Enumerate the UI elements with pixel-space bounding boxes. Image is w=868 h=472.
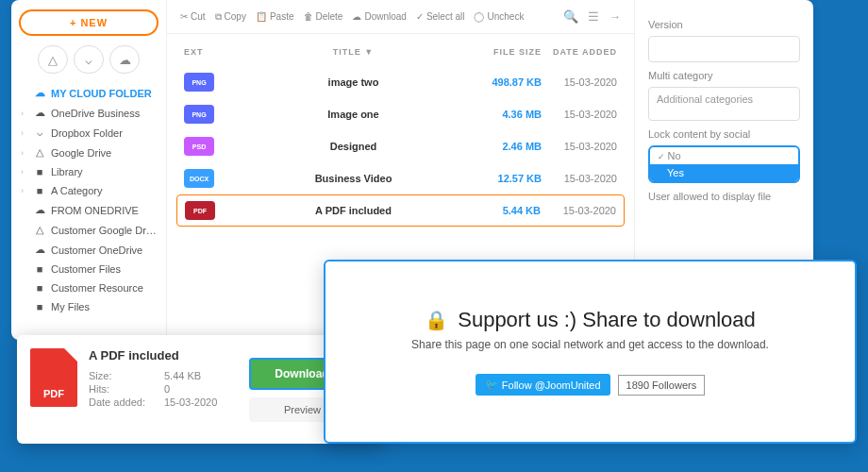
share-sub: Share this page on one social network an…	[411, 338, 769, 351]
new-button[interactable]: + NEW	[19, 9, 159, 36]
version-label: Version	[648, 19, 800, 30]
col-ext[interactable]: EXT	[184, 47, 231, 57]
twitter-icon: 🐦	[485, 379, 498, 391]
opt-no[interactable]: No	[650, 147, 798, 164]
tree-item[interactable]: ›☁OneDrive Business	[19, 103, 159, 123]
cloud-icon[interactable]: ☁	[109, 45, 140, 74]
gdrive-icon[interactable]: △	[38, 45, 68, 74]
lock-dropdown[interactable]: No Yes	[648, 145, 800, 183]
table-row[interactable]: DOCXBusiness Video12.57 KB15-03-2020	[167, 162, 634, 194]
search-icon[interactable]: 🔍	[563, 9, 578, 24]
filter-icon[interactable]: ☰	[588, 9, 599, 24]
tree-item[interactable]: △Customer Google Dr…	[19, 220, 159, 240]
table-row[interactable]: PNGImage one4.36 MB15-03-2020	[167, 98, 634, 130]
select-all-button[interactable]: ✓ Select all	[416, 11, 465, 22]
pdf-thumb-icon: PDF	[30, 348, 77, 407]
copy-button[interactable]: ⧉ Copy	[215, 11, 246, 23]
dropbox-icon[interactable]: ⌵	[74, 45, 104, 74]
col-size[interactable]: FILE SIZE	[476, 47, 542, 57]
detail-title: A PDF included	[89, 348, 238, 362]
table-row[interactable]: PDFA PDF included5.44 KB15-03-2020	[176, 194, 625, 227]
tree-item[interactable]: ›⌵Dropbox Folder	[19, 123, 159, 143]
follower-count: 1890 Followers	[618, 375, 706, 396]
col-date[interactable]: DATE ADDED	[542, 47, 617, 57]
table-row[interactable]: PNGimage two498.87 KB15-03-2020	[167, 66, 634, 98]
download-button[interactable]: ☁ Download	[352, 11, 406, 22]
paste-button[interactable]: 📋 Paste	[256, 11, 294, 22]
cut-button[interactable]: ✂ Cut	[180, 11, 206, 22]
table-row[interactable]: PSDDesigned2.46 MB15-03-2020	[167, 130, 634, 162]
tree-item[interactable]: ☁MY CLOUD FOLDER	[19, 83, 159, 103]
lock-label: Lock content by social	[648, 128, 800, 140]
share-heading: Support us :) Share to download	[458, 308, 756, 332]
lock-icon: 🔒	[425, 309, 448, 331]
user-label: User allowed to display file	[648, 191, 800, 202]
col-title[interactable]: TITLE ▼	[231, 47, 476, 57]
tree-item[interactable]: ›■A Category	[19, 181, 159, 200]
arrow-icon[interactable]: →	[609, 9, 621, 24]
uncheck-button[interactable]: ◯ Uncheck	[474, 11, 524, 22]
opt-yes[interactable]: Yes	[650, 164, 798, 181]
multi-input[interactable]: Additional categories	[648, 87, 800, 121]
tree-item[interactable]: ■Customer Files	[19, 260, 159, 278]
delete-button[interactable]: 🗑 Delete	[304, 11, 343, 22]
share-panel: 🔒Support us :) Share to download Share t…	[324, 260, 857, 444]
tree-item[interactable]: ›△Google Drive	[19, 143, 159, 162]
twitter-follow-button[interactable]: 🐦Follow @JoomUnited	[476, 374, 610, 396]
tree-item[interactable]: ■My Files	[19, 297, 159, 316]
multi-label: Multi category	[648, 70, 800, 81]
tree-item[interactable]: ☁FROM ONEDRIVE	[19, 200, 159, 220]
tree-item[interactable]: ☁Customer OneDrive	[19, 240, 159, 260]
tree-item[interactable]: ›■Library	[19, 162, 159, 181]
tree-item[interactable]: ■Customer Resource	[19, 278, 159, 297]
version-input[interactable]	[648, 36, 800, 62]
